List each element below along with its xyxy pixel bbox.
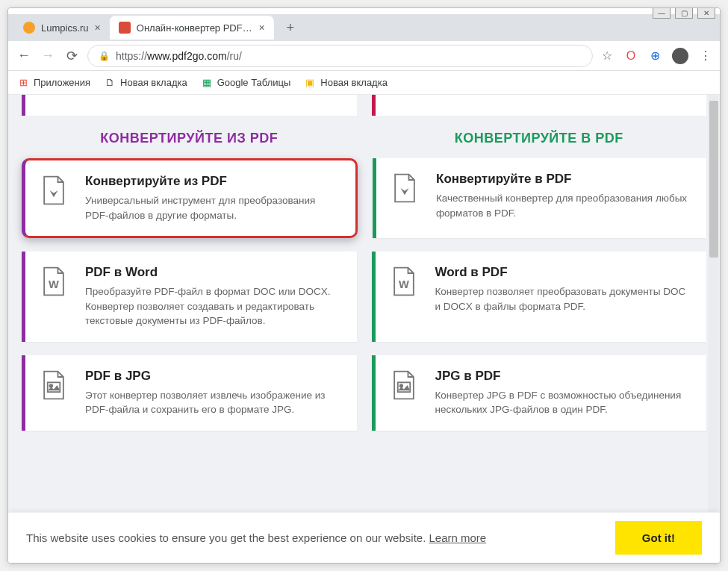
favicon-icon — [119, 22, 131, 34]
word-icon: W — [388, 265, 423, 328]
image-icon — [37, 369, 73, 417]
card-convert-from-pdf[interactable]: Конвертируйте из PDF Универсальный инстр… — [22, 158, 358, 238]
bookmark-label: Новая вкладка — [320, 77, 388, 88]
opera-icon[interactable]: O — [624, 49, 638, 63]
svg-point-3 — [50, 384, 53, 387]
card-desc: Этот конвертер позволяет извлечь изображ… — [85, 388, 342, 417]
scroll-area[interactable]: КОНВЕРТИРУЙТЕ ИЗ PDF КОНВЕРТИРУЙТЕ В PDF… — [8, 95, 720, 563]
tab-lumpics[interactable]: Lumpics.ru × — [14, 16, 110, 40]
bookmarks-bar: ⊞Приложения 🗋Новая вкладка ▦Google Табли… — [8, 71, 720, 95]
maximize-button[interactable]: ▢ — [675, 7, 693, 19]
bookmark-newtab1[interactable]: 🗋Новая вкладка — [104, 77, 187, 89]
section-headings: КОНВЕРТИРУЙТЕ ИЗ PDF КОНВЕРТИРУЙТЕ В PDF — [22, 131, 706, 146]
menu-icon[interactable]: ⋮ — [699, 49, 712, 63]
minimize-button[interactable]: — — [653, 7, 671, 19]
url-text: https://www.pdf2go.com/ru/ — [116, 50, 242, 62]
browser-window: — ▢ ✕ Lumpics.ru × Онлайн-конвертер PDF-… — [7, 7, 721, 564]
card-pdf-to-jpg[interactable]: PDF в JPG Этот конвертер позволяет извле… — [22, 355, 357, 431]
tab-title: Lumpics.ru — [41, 22, 89, 34]
card-pdf-to-word[interactable]: W PDF в Word Преобразуйте PDF-файл в фор… — [22, 252, 357, 342]
favicon-icon — [23, 22, 35, 34]
star-icon[interactable]: ☆ — [600, 49, 614, 63]
apps-icon: ⊞ — [17, 77, 29, 89]
close-button[interactable]: ✕ — [697, 7, 715, 19]
card-title: Конвертируйте в PDF — [436, 172, 691, 187]
top-stub-row — [22, 95, 706, 116]
card-title: PDF в Word — [85, 265, 342, 280]
bookmark-label: Приложения — [34, 77, 90, 88]
globe-icon[interactable]: ⊕ — [648, 49, 662, 63]
lock-icon: 🔒 — [99, 51, 110, 61]
tab-pdf2go[interactable]: Онлайн-конвертер PDF-файлов × — [110, 16, 274, 40]
card-convert-to-pdf[interactable]: Конвертируйте в PDF Качественный конверт… — [373, 158, 706, 238]
reload-button[interactable]: ⟳ — [63, 48, 80, 64]
stub-right — [372, 95, 707, 116]
heading-from-pdf: КОНВЕРТИРУЙТЕ ИЗ PDF — [22, 131, 357, 146]
forward-button[interactable]: → — [40, 48, 56, 64]
card-text: Конвертируйте в PDF Качественный конверт… — [436, 172, 691, 225]
svg-text:W: W — [399, 278, 409, 290]
avatar[interactable] — [672, 48, 688, 64]
titlebar: — ▢ ✕ — [8, 8, 720, 14]
card-row-3: PDF в JPG Этот конвертер позволяет извле… — [22, 355, 706, 431]
heading-to-pdf: КОНВЕРТИРУЙТЕ В PDF — [372, 131, 707, 146]
pdf-icon — [388, 172, 424, 225]
scrollbar-thumb[interactable] — [709, 101, 718, 258]
card-row-2: W PDF в Word Преобразуйте PDF-файл в фор… — [22, 252, 706, 342]
bookmark-newtab2[interactable]: ▣Новая вкладка — [304, 77, 388, 89]
svg-point-5 — [399, 384, 402, 387]
card-jpg-to-pdf[interactable]: JPG в PDF Конвертер JPG в PDF с возможно… — [372, 355, 707, 431]
card-title: PDF в JPG — [85, 369, 342, 384]
card-desc: Универсальный инструмент для преобразова… — [85, 193, 340, 222]
card-text: Word в PDF Конвертер позволяет преобразо… — [435, 265, 692, 328]
bookmark-label: Новая вкладка — [120, 77, 187, 88]
pdf-icon — [37, 174, 73, 222]
back-button[interactable]: ← — [16, 48, 32, 64]
svg-text:W: W — [49, 278, 59, 290]
card-desc: Конвертер JPG в PDF с возможностью объед… — [435, 388, 692, 417]
stub-left — [22, 95, 357, 116]
bookmark-apps[interactable]: ⊞Приложения — [17, 77, 90, 89]
card-text: Конвертируйте из PDF Универсальный инстр… — [85, 174, 340, 222]
toolbar-icons: ☆ O ⊕ ⋮ — [600, 48, 712, 64]
close-icon[interactable]: × — [259, 22, 265, 34]
card-title: Word в PDF — [435, 265, 692, 280]
page-icon: ▣ — [304, 77, 316, 89]
sheets-icon: ▦ — [201, 77, 213, 89]
page-content: КОНВЕРТИРУЙТЕ ИЗ PDF КОНВЕРТИРУЙТЕ В PDF… — [8, 95, 720, 563]
card-desc: Конвертер позволяет преобразовать докуме… — [435, 284, 692, 313]
window-controls: — ▢ ✕ — [653, 7, 715, 19]
card-title: Конвертируйте из PDF — [85, 174, 340, 189]
card-text: PDF в Word Преобразуйте PDF-файл в форма… — [85, 265, 342, 328]
cookie-accept-button[interactable]: Got it! — [615, 521, 702, 555]
card-desc: Преобразуйте PDF-файл в формат DOC или D… — [85, 284, 342, 328]
bookmark-label: Google Таблицы — [217, 77, 291, 88]
card-word-to-pdf[interactable]: W Word в PDF Конвертер позволяет преобра… — [372, 252, 707, 342]
page-icon: 🗋 — [104, 77, 116, 89]
address-row: ← → ⟳ 🔒 https://www.pdf2go.com/ru/ ☆ O ⊕… — [8, 41, 720, 71]
image-icon — [388, 369, 423, 417]
cookie-message: This website uses cookies to ensure you … — [26, 531, 600, 544]
new-tab-button[interactable]: + — [280, 17, 301, 38]
bookmark-sheets[interactable]: ▦Google Таблицы — [201, 77, 291, 89]
address-bar[interactable]: 🔒 https://www.pdf2go.com/ru/ — [87, 45, 593, 67]
card-desc: Качественный конвертер для преобразовани… — [436, 191, 691, 220]
cookie-banner: This website uses cookies to ensure you … — [8, 512, 720, 563]
card-text: PDF в JPG Этот конвертер позволяет извле… — [85, 369, 342, 417]
cookie-text: This website uses cookies to ensure you … — [26, 531, 429, 544]
learn-more-link[interactable]: Learn more — [429, 531, 486, 544]
word-icon: W — [37, 265, 73, 328]
tab-title: Онлайн-конвертер PDF-файлов — [137, 22, 253, 34]
close-icon[interactable]: × — [95, 22, 101, 34]
card-title: JPG в PDF — [435, 369, 692, 384]
card-row-1: Конвертируйте из PDF Универсальный инстр… — [22, 158, 706, 238]
card-text: JPG в PDF Конвертер JPG в PDF с возможно… — [435, 369, 692, 417]
tab-strip: Lumpics.ru × Онлайн-конвертер PDF-файлов… — [8, 14, 720, 41]
